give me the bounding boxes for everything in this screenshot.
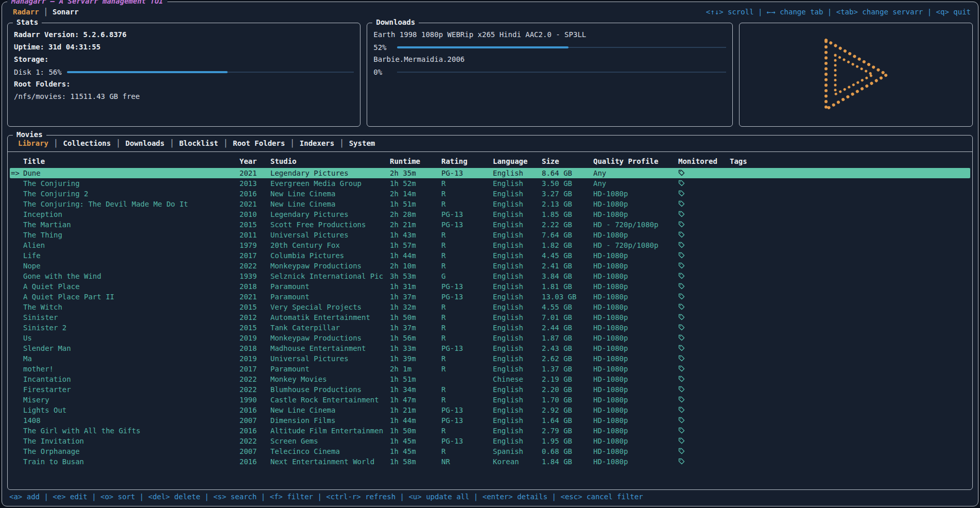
table-row[interactable]: The Thing2011Universal Pictures1h 43mREn… xyxy=(10,230,970,240)
table-row[interactable]: Alien197920th Century Fox1h 57mREnglish1… xyxy=(10,240,970,250)
cell-year: 2015 xyxy=(239,219,270,230)
table-row[interactable]: Lights Out2016New Line Cinema1h 21mPG-13… xyxy=(10,405,970,415)
cell-rating: R xyxy=(441,353,493,364)
cell-year: 2012 xyxy=(239,312,270,323)
cell-rating: R xyxy=(441,230,493,240)
arrow-spacer xyxy=(10,292,23,302)
cell-size: 1.64 GB xyxy=(542,415,593,426)
cell-tags xyxy=(730,426,970,436)
cell-size: 1.95 GB xyxy=(542,436,593,446)
table-row[interactable]: The Orphanage2007Telecinco Cinema1h 45mR… xyxy=(10,446,970,456)
servarr-tab-sonarr[interactable]: Sonarr xyxy=(48,8,83,16)
monitored-cell xyxy=(678,271,730,281)
cell-rating: R xyxy=(441,333,493,343)
tab-collections[interactable]: Collections xyxy=(58,139,116,147)
table-row[interactable]: The Conjuring 22016New Line Cinema2h 14m… xyxy=(10,189,970,199)
cell-studio: Monkey Movies xyxy=(270,374,390,384)
table-row[interactable]: A Quiet Place Part II2021Paramount1h 37m… xyxy=(10,292,970,302)
monitored-cell xyxy=(678,395,730,405)
cell-tags xyxy=(730,271,970,281)
cell-size: 2.62 GB xyxy=(542,353,593,364)
cell-title: The Invitation xyxy=(23,436,239,446)
tag-icon xyxy=(678,417,685,424)
tab-downloads[interactable]: Downloads xyxy=(121,139,170,147)
cell-year: 2017 xyxy=(239,250,270,261)
cell-size: 2.41 GB xyxy=(542,261,593,271)
table-row[interactable]: Life2017Columbia Pictures1h 44mREnglish4… xyxy=(10,250,970,261)
cell-studio: Madhouse Entertainment xyxy=(270,343,390,353)
cell-title: The Girl with All the Gifts xyxy=(23,426,239,436)
monitored-cell xyxy=(678,302,730,312)
header-keybindings: <↑↓> scroll | ←→ change tab | <tab> chan… xyxy=(706,8,971,16)
cell-quality: HD-1080p xyxy=(593,250,678,261)
cell-size: 1.84 GB xyxy=(542,456,593,467)
monitored-cell xyxy=(678,405,730,415)
tag-icon xyxy=(678,221,685,228)
tab-system[interactable]: System xyxy=(344,139,381,147)
table-row[interactable]: The Conjuring: The Devil Made Me Do It20… xyxy=(10,199,970,209)
table-row[interactable]: Sinister2012Automatik Entertainment1h 50… xyxy=(10,312,970,323)
cell-tags xyxy=(730,395,970,405)
table-row[interactable]: Firestarter2022Blumhouse Productions1h 3… xyxy=(10,384,970,395)
tag-icon xyxy=(678,273,685,279)
tab-root-folders[interactable]: Root Folders xyxy=(228,139,290,147)
arrow-spacer xyxy=(10,302,23,312)
cell-studio: Universal Pictures xyxy=(270,353,390,364)
cell-tags xyxy=(730,168,970,178)
table-row[interactable]: A Quiet Place2018Paramount1h 31mPG-13Eng… xyxy=(10,281,970,292)
cell-tags xyxy=(730,281,970,292)
table-row[interactable]: Us2019Monkeypaw Productions1h 56mREnglis… xyxy=(10,333,970,343)
table-row[interactable]: Inception2010Legendary Pictures2h 28mPG-… xyxy=(10,209,970,219)
table-row[interactable]: The Martian2015Scott Free Productions2h … xyxy=(10,219,970,230)
downloads-panel: Downloads Earth 1998 1080p WEBRip x265 H… xyxy=(367,23,733,127)
table-row[interactable]: mother!2017Paramount2h 1mREnglish1.37 GB… xyxy=(10,364,970,374)
table-row[interactable]: Misery1990Castle Rock Entertainment1h 47… xyxy=(10,395,970,405)
tag-icon xyxy=(678,252,685,259)
cell-tags xyxy=(730,178,970,189)
tab-separator: │ xyxy=(169,139,174,147)
table-row[interactable]: Gone with the Wind1939Selznick Internati… xyxy=(10,271,970,281)
cell-language: English xyxy=(493,302,542,312)
arrow-spacer xyxy=(10,230,23,240)
tag-icon xyxy=(678,365,685,372)
cell-runtime: 1h 44m xyxy=(390,250,441,261)
servarr-tab-radarr[interactable]: Radarr xyxy=(8,8,44,16)
table-row[interactable]: 14082007Dimension Films1h 44mPG-13Englis… xyxy=(10,415,970,426)
tab-blocklist[interactable]: Blocklist xyxy=(174,139,223,147)
table-row[interactable]: Ma2019Universal Pictures1h 39mREnglish2.… xyxy=(10,353,970,364)
version-label: Radarr Version: xyxy=(14,29,79,40)
table-row[interactable]: Slender Man2018Madhouse Entertainment1h … xyxy=(10,343,970,353)
table-row[interactable]: Train to Busan2016Next Entertainment Wor… xyxy=(10,456,970,467)
cell-studio: Altitude Film Entertainmen xyxy=(270,426,390,436)
table-row[interactable]: Nope2022Monkeypaw Productions2h 10mREngl… xyxy=(10,261,970,271)
table-row[interactable]: =>Dune2021Legendary Pictures2h 35mPG-13E… xyxy=(10,168,970,178)
cell-studio: New Line Cinema xyxy=(270,199,390,209)
table-row[interactable]: The Girl with All the Gifts2016Altitude … xyxy=(10,426,970,436)
cell-title: Misery xyxy=(23,395,239,405)
cell-rating: R xyxy=(441,395,493,405)
table-row[interactable]: The Invitation2022Screen Gems1h 45mPG-13… xyxy=(10,436,970,446)
download-progress-row: 52% xyxy=(373,42,726,53)
table-row[interactable]: Incantation2022Monkey Movies1h 51mChines… xyxy=(10,374,970,384)
tab-library[interactable]: Library xyxy=(13,139,54,147)
cell-tags xyxy=(730,405,970,415)
cell-quality: HD-1080p xyxy=(593,281,678,292)
table-row[interactable]: The Witch2015Very Special Projects1h 32m… xyxy=(10,302,970,312)
cell-rating: R xyxy=(441,261,493,271)
cell-size: 2.22 GB xyxy=(542,219,593,230)
cell-title: Incantation xyxy=(23,374,239,384)
cell-tags xyxy=(730,333,970,343)
table-row[interactable]: Sinister 22015Tank Caterpillar1h 37mREng… xyxy=(10,323,970,333)
cell-quality: HD-1080p xyxy=(593,395,678,405)
arrow-spacer xyxy=(10,312,23,323)
cell-title: Sinister xyxy=(23,312,239,323)
tab-indexers[interactable]: Indexers xyxy=(295,139,339,147)
cell-studio: Paramount xyxy=(270,364,390,374)
cell-language: English xyxy=(493,405,542,415)
table-row[interactable]: The Conjuring2013Evergreen Media Group1h… xyxy=(10,178,970,189)
cell-quality: HD-1080p xyxy=(593,292,678,302)
cell-language: Spanish xyxy=(493,446,542,456)
cell-size: 2.92 GB xyxy=(542,405,593,415)
monitored-cell xyxy=(678,219,730,230)
cell-title: mother! xyxy=(23,364,239,374)
